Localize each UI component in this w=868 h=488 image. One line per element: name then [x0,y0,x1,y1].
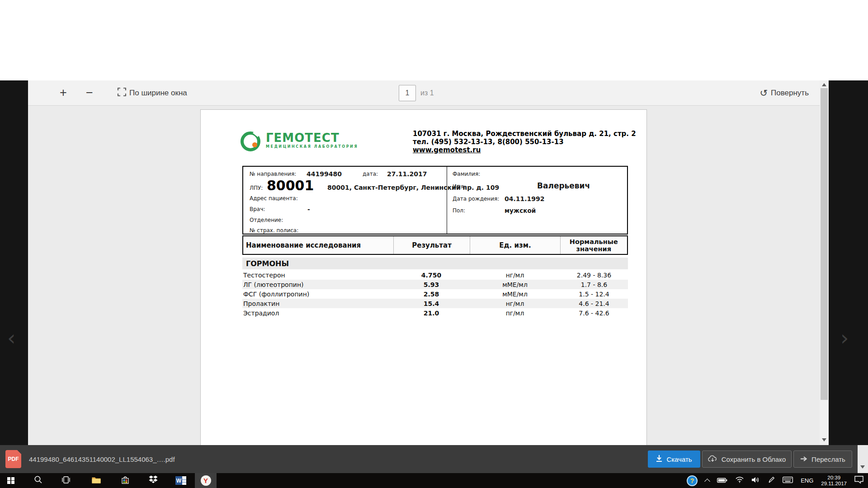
volume-indicator[interactable] [752,477,760,485]
patient-info-box: № направления: 44199480 дата: 27.11.2017… [242,166,628,235]
window-scrollbar-corner [858,445,868,473]
clinic-address-line1: 107031 г. Москва, Рождественский бульвар… [413,130,639,138]
word-icon: W [175,476,186,485]
keyboard-icon [783,477,793,485]
referral-number: 44199480 [307,170,342,178]
policy-label: № страх. полиса: [250,227,298,234]
test-units: мМЕ/мл [470,291,560,298]
zoom-in-button[interactable]: + [60,80,67,105]
save-to-cloud-label: Сохранить в Облако [722,455,786,463]
task-view-button[interactable] [55,473,77,488]
table-row: Тестостерон 4.750 нг/мл 2.49 - 8.36 [242,270,628,280]
file-explorer-button[interactable] [85,473,107,488]
fit-width-button[interactable]: По ширине окна [118,80,187,105]
page-number-input[interactable] [399,85,416,101]
dropbox-button[interactable] [142,473,164,488]
scroll-up-arrow[interactable] [822,83,826,86]
system-tray: ? ENG 20:39 29.11.20 [687,473,868,488]
rotate-button[interactable]: ↺ Повернуть [760,80,809,105]
clinic-phone-line: тел. (495) 532-13-13, 8(800) 550-13-13 [413,138,639,146]
word-letter: W [175,476,182,485]
taskbar-clock[interactable]: 20:39 29.11.2017 [821,475,847,487]
start-button[interactable] [0,473,22,488]
download-icon [656,455,662,464]
table-row: ЛГ (лютеотропин) 5.93 мМЕ/мл 1.7 - 8.6 [242,280,628,289]
store-button[interactable] [114,473,136,488]
next-page-arrow[interactable]: › [840,324,849,352]
store-bag-icon [122,476,129,486]
pdf-file-icon: PDF [5,450,21,468]
sex-value: мужской [505,207,536,214]
test-units: мМЕ/мл [470,281,560,288]
bottom-action-bar: PDF 44199480_64614351140002_LL1554063_….… [0,445,858,473]
windows-ink-button[interactable] [768,476,775,485]
referral-label: № направления: [250,171,296,177]
screen: ‹ › + − По ширине окна из 1 ↺ Повернуть … [0,0,868,488]
show-hidden-icons-button[interactable] [705,478,709,483]
results-table-header: Наименование исследования Результат Ед. … [242,235,628,255]
test-units: нг/мл [470,300,560,307]
test-normal-range: 7.6 - 42.6 [560,310,628,317]
test-name: ФСГ (фоллитропин) [242,291,393,298]
info-box-divider [447,167,447,234]
previous-page-arrow[interactable]: ‹ [7,324,15,352]
sex-label: Пол: [453,207,465,214]
battery-indicator[interactable] [717,477,727,485]
table-row: ФСГ (фоллитропин) 2.58 мМЕ/мл 1.5 - 12.4 [242,289,628,299]
table-row: Эстрадиол 21.0 пг/мл 7.6 - 42.6 [242,308,628,318]
yandex-browser-icon: Y [201,475,211,486]
help-tray-icon[interactable]: ? [687,475,698,486]
results-table-body: Тестостерон 4.750 нг/мл 2.49 - 8.36 ЛГ (… [242,270,628,318]
gemotest-logo-title: ГЕМОТЕСТ [266,131,358,144]
forward-button[interactable]: Переслать [793,450,852,468]
pen-icon [768,476,775,485]
yandex-browser-button[interactable]: Y [195,473,217,488]
rotate-icon: ↺ [760,88,768,99]
wifi-icon [735,476,744,485]
save-to-cloud-button[interactable]: Сохранить в Облако [702,450,792,468]
page-indicator: из 1 [399,80,434,105]
download-button[interactable]: Скачать [648,450,700,468]
wifi-indicator[interactable] [735,476,744,485]
chevron-up-icon [704,479,710,484]
lpu-address: 80001, Санкт-Петербург, Ленинский пр. д.… [327,184,499,191]
clinic-address-block: 107031 г. Москва, Рождественский бульвар… [413,130,639,154]
touch-keyboard-button[interactable] [783,477,793,485]
header-normal-range: Нормальные значения [560,236,627,254]
gemotest-logo-subtitle: МЕДИЦИНСКАЯ ЛАБОРАТОРИЯ [266,145,358,149]
date-value: 27.11.2017 [387,170,427,178]
test-normal-range: 1.7 - 8.6 [560,281,628,288]
header-test-name: Наименование исследования [243,236,393,254]
scrollbar-thumb[interactable] [821,88,828,400]
gemotest-logo: ГЕМОТЕСТ МЕДИЦИНСКАЯ ЛАБОРАТОРИЯ [241,131,358,151]
clock-time: 20:39 [821,475,847,481]
fit-width-label: По ширине окна [129,89,187,98]
date-label: дата: [363,171,378,177]
word-button[interactable]: W [170,473,192,488]
birth-label: Дата рождения: [453,196,499,202]
scroll-down-arrow[interactable] [822,438,826,441]
pdf-filename: 44199480_64614351140002_LL1554063_….pdf [29,445,175,473]
test-normal-range: 2.49 - 8.36 [560,272,628,279]
notification-bubble-icon [854,476,863,485]
action-center-button[interactable] [854,476,863,485]
patient-address-label: Адрес пациента: [250,195,298,202]
window-scroll-down-arrow[interactable] [860,465,865,469]
pdf-scrollbar [820,80,829,445]
clock-date: 29.11.2017 [821,481,847,487]
zoom-out-button[interactable]: − [86,80,93,105]
folder-icon [92,476,101,485]
test-normal-range: 1.5 - 12.4 [560,291,628,298]
section-hormones: ГОРМОНЫ [242,258,628,269]
download-label: Скачать [666,455,692,463]
test-name: ЛГ (лютеотропин) [242,281,393,288]
lpu-label: ЛПУ: [250,185,263,191]
rotate-label: Повернуть [771,89,809,98]
search-button[interactable] [27,473,49,488]
language-indicator[interactable]: ENG [801,477,813,484]
test-result: 15.4 [393,300,470,307]
battery-icon [717,477,727,485]
fit-width-icon [118,88,126,99]
viewer-left-gutter: ‹ [0,80,28,445]
birth-value: 04.11.1992 [505,195,545,202]
